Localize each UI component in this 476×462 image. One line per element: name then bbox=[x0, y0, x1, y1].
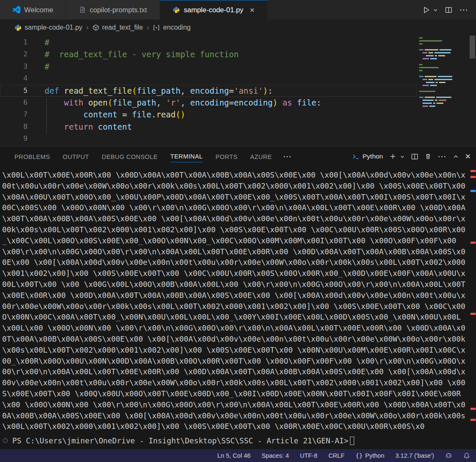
panel-tab-azure[interactable]: AZURE bbox=[250, 151, 272, 162]
breadcrumb: sample-code-01.py›read_text_file›encodin… bbox=[0, 19, 476, 36]
more-panel-tabs-icon[interactable]: ⋯ bbox=[283, 152, 292, 161]
code-line-6[interactable]: 6 with open(file_path, 'r', encoding=enc… bbox=[0, 97, 417, 109]
code-line-2[interactable]: 2# read_text_file - very simple function bbox=[0, 48, 417, 60]
code-lines: 1#2# read_text_file - very simple functi… bbox=[0, 36, 417, 145]
tab-copilot-prompts-txt[interactable]: copilot-prompts.txt bbox=[66, 0, 160, 19]
statusbar: Ln 5, Col 46Spaces: 4UTF-8CRLF{}Python3.… bbox=[0, 449, 476, 462]
scrollbar-mark bbox=[470, 313, 476, 315]
editor-scrollbar[interactable] bbox=[470, 36, 475, 146]
line-number: 2 bbox=[0, 48, 28, 60]
scrollbar-mark bbox=[470, 419, 476, 421]
tab-welcome[interactable]: Welcome bbox=[0, 0, 66, 19]
status-notifications[interactable] bbox=[463, 452, 470, 459]
code-line-3[interactable]: 3# bbox=[0, 61, 417, 72]
code-line-8[interactable]: 8 return content bbox=[0, 121, 417, 133]
python-icon bbox=[14, 24, 22, 31]
scrollbar-mark bbox=[470, 190, 476, 192]
braces-icon: {} bbox=[356, 452, 363, 459]
line-number: 9 bbox=[0, 133, 28, 145]
panel-tab-output[interactable]: OUTPUT bbox=[63, 151, 89, 162]
terminal-profile-label: Python bbox=[362, 153, 383, 160]
code-line-4[interactable]: 4 bbox=[0, 72, 417, 84]
scrollbar-thumb[interactable] bbox=[470, 36, 475, 58]
bottom-panel: PROBLEMSOUTPUTDEBUG CONSOLETERMINALPORTS… bbox=[0, 146, 476, 449]
symbol-module-icon bbox=[92, 24, 99, 31]
panel-tab-debug-console[interactable]: DEBUG CONSOLE bbox=[102, 151, 158, 162]
vscode-window: Welcomecopilot-prompts.txtsample-code-01… bbox=[0, 0, 476, 462]
maximize-panel-button[interactable] bbox=[453, 154, 459, 159]
scrollbar-mark bbox=[470, 176, 476, 178]
more-actions-button[interactable]: ⋯ bbox=[459, 6, 468, 14]
terminal-profile[interactable]: Python bbox=[352, 153, 383, 160]
code-line-5[interactable]: 5def read_text_file(file_path, encoding=… bbox=[0, 85, 417, 97]
minimap[interactable] bbox=[419, 37, 467, 111]
breadcrumb-item-sample-code-01-py[interactable]: sample-code-01.py bbox=[14, 24, 82, 31]
terminal-prompt: PS C:\Users\jminer\OneDrive - Insight\De… bbox=[12, 436, 348, 445]
code-line-7[interactable]: 7 content = file.read() bbox=[0, 109, 417, 120]
panel-header: PROBLEMSOUTPUTDEBUG CONSOLETERMINALPORTS… bbox=[0, 147, 476, 166]
vscode-logo-icon bbox=[13, 6, 20, 14]
python-icon bbox=[173, 6, 180, 14]
tab-bar: Welcomecopilot-prompts.txtsample-code-01… bbox=[0, 0, 476, 19]
close-tab-icon[interactable]: ✕ bbox=[250, 7, 255, 14]
run-button[interactable] bbox=[422, 6, 430, 14]
line-number: 4 bbox=[0, 72, 28, 84]
indent-guide bbox=[46, 97, 47, 134]
line-number: 1 bbox=[0, 36, 28, 48]
scrollbar-mark bbox=[470, 170, 476, 172]
panel-tab-problems[interactable]: PROBLEMS bbox=[14, 151, 50, 162]
terminal-output[interactable]: \x00L\x00T\x00E\x00R\x00 \x00D\x00A\x00T… bbox=[2, 170, 465, 432]
breadcrumb-separator: › bbox=[86, 23, 89, 32]
bell-icon bbox=[463, 452, 470, 459]
tab-label: Welcome bbox=[24, 6, 53, 14]
panel-more-actions-button[interactable]: ⋯ bbox=[438, 152, 447, 161]
status-copilot[interactable] bbox=[445, 452, 452, 459]
symbol-variable-icon bbox=[153, 24, 160, 31]
line-number: 3 bbox=[0, 61, 28, 72]
breadcrumb-item-encoding[interactable]: encoding bbox=[153, 24, 190, 31]
terminal-scrollbar[interactable] bbox=[470, 166, 476, 449]
close-panel-button[interactable]: ✕ bbox=[465, 152, 471, 161]
status-python-interpreter[interactable]: 3.12.7 ('base') bbox=[395, 452, 434, 459]
status-indentation[interactable]: Spaces: 4 bbox=[262, 452, 289, 459]
breadcrumb-separator: › bbox=[147, 23, 149, 32]
line-number: 7 bbox=[0, 109, 28, 120]
scrollbar-mark bbox=[470, 408, 476, 410]
code-line-9[interactable]: 9 bbox=[0, 133, 417, 145]
command-decoration-icon[interactable] bbox=[3, 438, 8, 443]
breadcrumb-item-read-text-file[interactable]: read_text_file bbox=[92, 24, 143, 31]
copilot-icon bbox=[445, 452, 452, 459]
terminal[interactable]: \x00L\x00T\x00E\x00R\x00 \x00D\x00A\x00T… bbox=[0, 166, 476, 449]
code-line-1[interactable]: 1# bbox=[0, 36, 417, 48]
line-number: 5 bbox=[0, 85, 28, 97]
tab-sample-code-01-py[interactable]: sample-code-01.py✕ bbox=[160, 0, 268, 19]
status-file-encoding[interactable]: UTF-8 bbox=[300, 452, 317, 459]
terminal-cursor bbox=[350, 437, 354, 445]
kill-terminal-button[interactable] bbox=[425, 153, 431, 160]
launch-profile-chevron-icon[interactable] bbox=[400, 154, 405, 159]
panel-actions: Python ⋯ ✕ bbox=[352, 152, 471, 161]
split-terminal-button[interactable] bbox=[411, 153, 418, 160]
editor-actions: ⋯ bbox=[422, 0, 476, 19]
scrollbar-mark bbox=[470, 242, 476, 244]
tab-label: copilot-prompts.txt bbox=[90, 6, 147, 14]
editor[interactable]: 1#2# read_text_file - very simple functi… bbox=[0, 36, 476, 146]
tab-strip: Welcomecopilot-prompts.txtsample-code-01… bbox=[0, 0, 268, 19]
panel-tab-terminal[interactable]: TERMINAL bbox=[171, 150, 203, 162]
run-dropdown-chevron-icon[interactable] bbox=[433, 8, 438, 12]
panel-tab-ports[interactable]: PORTS bbox=[216, 151, 238, 162]
line-number: 8 bbox=[0, 121, 28, 133]
tab-label: sample-code-01.py bbox=[184, 6, 243, 14]
statusbar-items: Ln 5, Col 46Spaces: 4UTF-8CRLF{}Python3.… bbox=[217, 452, 476, 459]
panel-tab-strip: PROBLEMSOUTPUTDEBUG CONSOLETERMINALPORTS… bbox=[14, 150, 272, 162]
status-cursor-position[interactable]: Ln 5, Col 46 bbox=[217, 452, 250, 459]
status-eol-sequence[interactable]: CRLF bbox=[328, 452, 344, 459]
split-editor-button[interactable] bbox=[445, 6, 452, 14]
new-terminal-button[interactable] bbox=[389, 153, 396, 160]
status-language-mode[interactable]: {}Python bbox=[356, 452, 384, 459]
line-number: 6 bbox=[0, 97, 28, 109]
terminal-prompt-row[interactable]: PS C:\Users\jminer\OneDrive - Insight\De… bbox=[2, 436, 476, 445]
text-file-icon bbox=[79, 6, 86, 13]
terminal-icon bbox=[352, 153, 359, 160]
